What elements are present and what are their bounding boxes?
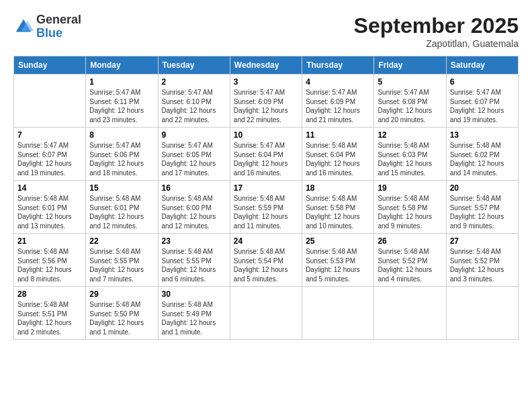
calendar-cell: 16Sunrise: 5:48 AM Sunset: 6:00 PM Dayli… — [158, 181, 230, 234]
day-info: Sunrise: 5:48 AM Sunset: 5:52 PM Dayligh… — [378, 247, 442, 283]
calendar-week: 14Sunrise: 5:48 AM Sunset: 6:01 PM Dayli… — [14, 181, 519, 234]
day-number: 5 — [378, 77, 442, 87]
day-info: Sunrise: 5:47 AM Sunset: 6:09 PM Dayligh… — [306, 88, 370, 124]
day-info: Sunrise: 5:48 AM Sunset: 5:54 PM Dayligh… — [234, 247, 298, 283]
day-number: 14 — [17, 183, 82, 193]
logo: General Blue — [13, 13, 81, 40]
day-number: 23 — [162, 236, 226, 246]
day-number: 16 — [162, 183, 226, 193]
calendar-cell: 17Sunrise: 5:48 AM Sunset: 5:59 PM Dayli… — [230, 181, 302, 234]
calendar-week: 21Sunrise: 5:48 AM Sunset: 5:56 PM Dayli… — [14, 234, 519, 287]
day-info: Sunrise: 5:48 AM Sunset: 5:55 PM Dayligh… — [162, 247, 226, 283]
title-block: September 2025 Zapotitlan, Guatemala — [354, 13, 519, 49]
logo-text: General Blue — [36, 13, 81, 40]
calendar-cell: 23Sunrise: 5:48 AM Sunset: 5:55 PM Dayli… — [158, 234, 230, 287]
day-info: Sunrise: 5:48 AM Sunset: 6:00 PM Dayligh… — [162, 194, 226, 230]
day-info: Sunrise: 5:48 AM Sunset: 6:04 PM Dayligh… — [306, 141, 370, 177]
calendar-cell — [230, 287, 302, 340]
day-info: Sunrise: 5:47 AM Sunset: 6:07 PM Dayligh… — [450, 88, 515, 124]
day-number: 3 — [234, 77, 298, 87]
day-info: Sunrise: 5:48 AM Sunset: 6:01 PM Dayligh… — [17, 194, 82, 230]
calendar-cell: 27Sunrise: 5:48 AM Sunset: 5:52 PM Dayli… — [446, 234, 518, 287]
weekday-header: Sunday — [14, 56, 86, 75]
logo-icon — [13, 17, 34, 37]
day-number: 11 — [306, 130, 370, 140]
calendar-cell: 11Sunrise: 5:48 AM Sunset: 6:04 PM Dayli… — [302, 128, 374, 181]
day-number: 7 — [17, 130, 82, 140]
calendar-cell — [374, 287, 446, 340]
calendar-cell: 26Sunrise: 5:48 AM Sunset: 5:52 PM Dayli… — [374, 234, 446, 287]
day-info: Sunrise: 5:48 AM Sunset: 5:53 PM Dayligh… — [306, 247, 370, 283]
weekday-header: Saturday — [446, 56, 518, 75]
day-number: 27 — [450, 236, 515, 246]
weekday-header: Wednesday — [230, 56, 302, 75]
day-info: Sunrise: 5:47 AM Sunset: 6:06 PM Dayligh… — [89, 141, 154, 177]
calendar-cell: 22Sunrise: 5:48 AM Sunset: 5:55 PM Dayli… — [86, 234, 158, 287]
day-info: Sunrise: 5:47 AM Sunset: 6:10 PM Dayligh… — [162, 88, 226, 124]
location: Zapotitlan, Guatemala — [354, 38, 519, 49]
day-number: 21 — [17, 236, 82, 246]
calendar-cell: 20Sunrise: 5:48 AM Sunset: 5:57 PM Dayli… — [446, 181, 518, 234]
calendar-cell: 3Sunrise: 5:47 AM Sunset: 6:09 PM Daylig… — [230, 75, 302, 128]
day-number: 29 — [89, 289, 154, 299]
weekday-header: Thursday — [302, 56, 374, 75]
weekday-row: SundayMondayTuesdayWednesdayThursdayFrid… — [14, 56, 519, 75]
day-info: Sunrise: 5:48 AM Sunset: 5:59 PM Dayligh… — [234, 194, 298, 230]
calendar-cell: 2Sunrise: 5:47 AM Sunset: 6:10 PM Daylig… — [158, 75, 230, 128]
calendar-cell: 14Sunrise: 5:48 AM Sunset: 6:01 PM Dayli… — [14, 181, 86, 234]
day-info: Sunrise: 5:48 AM Sunset: 5:58 PM Dayligh… — [306, 194, 370, 230]
calendar-cell — [446, 287, 518, 340]
day-number: 30 — [162, 289, 226, 299]
calendar-cell — [302, 287, 374, 340]
calendar-cell: 25Sunrise: 5:48 AM Sunset: 5:53 PM Dayli… — [302, 234, 374, 287]
day-number: 24 — [234, 236, 298, 246]
day-info: Sunrise: 5:48 AM Sunset: 5:51 PM Dayligh… — [17, 300, 82, 336]
day-info: Sunrise: 5:48 AM Sunset: 5:57 PM Dayligh… — [450, 194, 515, 230]
day-info: Sunrise: 5:48 AM Sunset: 6:01 PM Dayligh… — [89, 194, 154, 230]
calendar-cell: 18Sunrise: 5:48 AM Sunset: 5:58 PM Dayli… — [302, 181, 374, 234]
day-info: Sunrise: 5:48 AM Sunset: 5:52 PM Dayligh… — [450, 247, 515, 283]
calendar-cell: 8Sunrise: 5:47 AM Sunset: 6:06 PM Daylig… — [86, 128, 158, 181]
weekday-header: Friday — [374, 56, 446, 75]
day-number: 19 — [378, 183, 442, 193]
day-number: 8 — [89, 130, 154, 140]
day-info: Sunrise: 5:48 AM Sunset: 6:02 PM Dayligh… — [450, 141, 515, 177]
calendar-body: 1Sunrise: 5:47 AM Sunset: 6:11 PM Daylig… — [14, 75, 519, 340]
day-info: Sunrise: 5:48 AM Sunset: 6:03 PM Dayligh… — [378, 141, 442, 177]
calendar-cell: 24Sunrise: 5:48 AM Sunset: 5:54 PM Dayli… — [230, 234, 302, 287]
day-info: Sunrise: 5:47 AM Sunset: 6:05 PM Dayligh… — [162, 141, 226, 177]
day-info: Sunrise: 5:48 AM Sunset: 5:55 PM Dayligh… — [89, 247, 154, 283]
weekday-header: Monday — [86, 56, 158, 75]
calendar-cell: 15Sunrise: 5:48 AM Sunset: 6:01 PM Dayli… — [86, 181, 158, 234]
day-info: Sunrise: 5:47 AM Sunset: 6:04 PM Dayligh… — [234, 141, 298, 177]
calendar-week: 1Sunrise: 5:47 AM Sunset: 6:11 PM Daylig… — [14, 75, 519, 128]
calendar-cell — [14, 75, 86, 128]
day-info: Sunrise: 5:48 AM Sunset: 5:49 PM Dayligh… — [162, 300, 226, 336]
calendar-cell: 1Sunrise: 5:47 AM Sunset: 6:11 PM Daylig… — [86, 75, 158, 128]
day-number: 1 — [89, 77, 154, 87]
day-number: 2 — [162, 77, 226, 87]
day-number: 28 — [17, 289, 82, 299]
calendar-week: 28Sunrise: 5:48 AM Sunset: 5:51 PM Dayli… — [14, 287, 519, 340]
calendar-header: SundayMondayTuesdayWednesdayThursdayFrid… — [14, 56, 519, 75]
calendar-cell: 10Sunrise: 5:47 AM Sunset: 6:04 PM Dayli… — [230, 128, 302, 181]
calendar-cell: 5Sunrise: 5:47 AM Sunset: 6:08 PM Daylig… — [374, 75, 446, 128]
day-number: 15 — [89, 183, 154, 193]
day-number: 25 — [306, 236, 370, 246]
calendar-cell: 12Sunrise: 5:48 AM Sunset: 6:03 PM Dayli… — [374, 128, 446, 181]
calendar-cell: 28Sunrise: 5:48 AM Sunset: 5:51 PM Dayli… — [14, 287, 86, 340]
day-info: Sunrise: 5:48 AM Sunset: 5:56 PM Dayligh… — [17, 247, 82, 283]
calendar-cell: 13Sunrise: 5:48 AM Sunset: 6:02 PM Dayli… — [446, 128, 518, 181]
day-info: Sunrise: 5:47 AM Sunset: 6:11 PM Dayligh… — [89, 88, 154, 124]
calendar-cell: 29Sunrise: 5:48 AM Sunset: 5:50 PM Dayli… — [86, 287, 158, 340]
day-number: 9 — [162, 130, 226, 140]
day-number: 22 — [89, 236, 154, 246]
page-header: General Blue September 2025 Zapotitlan, … — [13, 13, 519, 49]
day-number: 10 — [234, 130, 298, 140]
calendar-table: SundayMondayTuesdayWednesdayThursdayFrid… — [13, 56, 519, 340]
day-number: 6 — [450, 77, 515, 87]
day-info: Sunrise: 5:48 AM Sunset: 5:50 PM Dayligh… — [89, 300, 154, 336]
calendar-cell: 4Sunrise: 5:47 AM Sunset: 6:09 PM Daylig… — [302, 75, 374, 128]
calendar-cell: 7Sunrise: 5:47 AM Sunset: 6:07 PM Daylig… — [14, 128, 86, 181]
day-info: Sunrise: 5:47 AM Sunset: 6:08 PM Dayligh… — [378, 88, 442, 124]
